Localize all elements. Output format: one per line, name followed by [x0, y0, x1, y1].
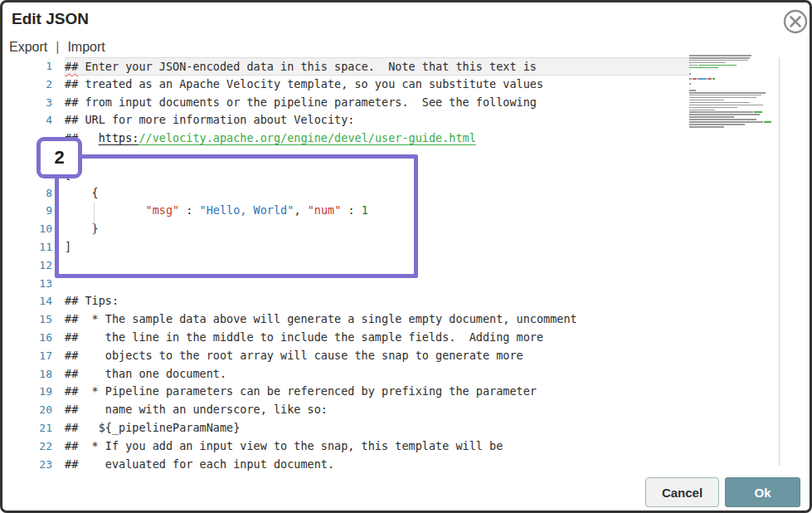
- minimap-block: [689, 78, 776, 81]
- line-number: 8: [2, 184, 57, 203]
- line-number: 17: [2, 347, 57, 365]
- code-line[interactable]: ## URL for more information about Veloci…: [65, 111, 691, 129]
- code-line[interactable]: [65, 256, 691, 275]
- code-line[interactable]: ## the line in the middle to include the…: [65, 329, 691, 347]
- line-number: 12: [2, 256, 57, 275]
- minimap-block: [689, 73, 776, 76]
- line-number: 9: [2, 202, 57, 220]
- code-line[interactable]: ## Tips:: [65, 292, 691, 310]
- gutter: 1234891011121314151617181920212223: [2, 57, 57, 473]
- minimap-block: [689, 55, 776, 70]
- import-link[interactable]: Import: [67, 40, 105, 54]
- code-line[interactable]: [65, 275, 691, 293]
- code-line[interactable]: [65, 148, 691, 166]
- line-number: 11: [2, 238, 57, 256]
- code-line[interactable]: ## from input documents or the pipeline …: [65, 94, 691, 112]
- annotation-step-number: 2: [36, 137, 82, 178]
- line-number: 18: [2, 365, 57, 384]
- code-line[interactable]: ## treated as an Apache Velocity templat…: [65, 76, 691, 94]
- code-line[interactable]: ## objects to the root array will cause …: [65, 347, 691, 365]
- line-number: 20: [2, 401, 57, 419]
- line-number: 16: [2, 329, 57, 347]
- code-line[interactable]: ## than one document.: [65, 365, 691, 384]
- code-line[interactable]: ]: [65, 238, 691, 256]
- footer-buttons: Cancel Ok: [645, 477, 800, 507]
- line-number: 4: [2, 111, 57, 129]
- ok-button[interactable]: Ok: [725, 477, 800, 507]
- code-line[interactable]: {: [65, 184, 691, 203]
- minimap-block: [689, 90, 776, 129]
- code-line[interactable]: ## https://velocity.apache.org/engine/de…: [65, 129, 691, 148]
- indent-guide: [94, 203, 95, 236]
- line-number: 23: [2, 456, 57, 474]
- code-line[interactable]: "msg" : "Hello, World", "num" : 1: [65, 202, 691, 220]
- import-export-bar: Export|Import: [9, 40, 105, 55]
- code-line[interactable]: ## * The sample data above will generate…: [65, 310, 691, 329]
- code-line[interactable]: ## Enter your JSON-encoded data in this …: [65, 57, 691, 76]
- code-line[interactable]: }: [65, 220, 691, 238]
- code-line[interactable]: ## * Pipeline parameters can be referenc…: [65, 383, 691, 401]
- export-link[interactable]: Export: [9, 40, 47, 54]
- edit-json-dialog: Edit JSON Export|Import 1234891011121314…: [0, 0, 812, 513]
- circled-x-icon: [782, 8, 809, 35]
- line-number: 3: [2, 94, 57, 112]
- code-line[interactable]: ## evaluated for each input document.: [65, 456, 691, 474]
- close-button[interactable]: [781, 8, 810, 37]
- line-number: 14: [2, 292, 57, 310]
- line-number: 13: [2, 275, 57, 293]
- minimap[interactable]: [689, 55, 776, 221]
- line-number: 21: [2, 419, 57, 437]
- dialog-title: Edit JSON: [12, 10, 89, 28]
- line-number: 19: [2, 383, 57, 401]
- minimap-block: [689, 83, 776, 86]
- cancel-button[interactable]: Cancel: [645, 477, 719, 507]
- editor-right-border: [779, 57, 780, 466]
- line-number: 2: [2, 76, 57, 94]
- line-number: 15: [2, 310, 57, 329]
- line-number: 22: [2, 437, 57, 456]
- code-line[interactable]: ## * If you add an input view to the sna…: [65, 437, 691, 456]
- code-line[interactable]: ## ${_pipelineParamName}: [65, 419, 691, 437]
- code-line[interactable]: [: [65, 166, 691, 184]
- link-separator: |: [56, 40, 59, 54]
- code-line[interactable]: ## name with an underscore, like so:: [65, 401, 691, 419]
- line-number: 1: [2, 57, 57, 76]
- line-number: 10: [2, 220, 57, 238]
- code-editor[interactable]: ## Enter your JSON-encoded data in this …: [65, 57, 691, 473]
